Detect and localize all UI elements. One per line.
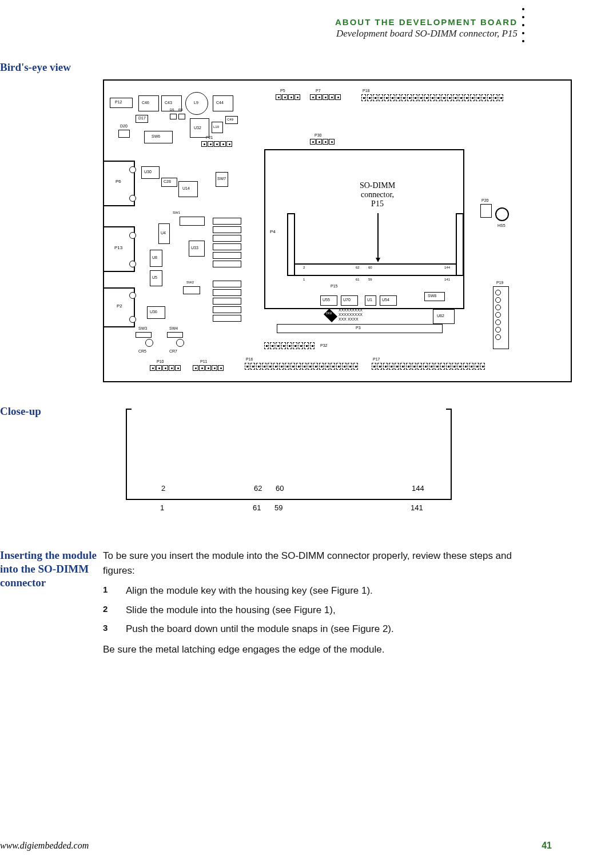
digi-logo-icon [324, 309, 337, 322]
step-text: Align the module key with the housing ke… [126, 583, 529, 598]
step-1: 1Align the module key with the housing k… [103, 583, 529, 598]
ref-c49: C49 [227, 118, 233, 121]
closeup-62: 62 [254, 484, 262, 493]
ref-u54: U54 [382, 298, 389, 302]
ref-u36: U36 [150, 310, 157, 314]
footer: www.digiembedded.com 41 [0, 841, 609, 851]
closeup-61: 61 [253, 503, 261, 512]
callout-line2: connector, [349, 190, 406, 199]
step-text: Push the board down until the module sna… [126, 622, 529, 637]
ref-p7: P7 [316, 89, 321, 93]
pin-1: 1 [303, 278, 305, 281]
closeup-59: 59 [274, 503, 282, 512]
ref-p30: P30 [315, 133, 321, 137]
inserting-steps: 1Align the module key with the housing k… [103, 583, 529, 637]
logo-line-c: XXX XXXX [339, 317, 363, 322]
ref-p32: P32 [320, 343, 327, 347]
ref-l10: L10 [213, 125, 219, 129]
closeup-60: 60 [276, 484, 284, 493]
ref-u55: U55 [323, 298, 330, 302]
section-birds-eye: Bird's-eye view [0, 61, 575, 74]
callout-line3: P15 [349, 199, 406, 209]
running-head: ABOUT THE DEVELOPMENT BOARD Development … [0, 17, 575, 39]
logo-line-a: XXXXXXXXX [339, 308, 363, 313]
step-3: 3Push the board down until the module sn… [103, 622, 529, 637]
step-2: 2Slide the module into the housing (see … [103, 603, 529, 618]
pin-59: 59 [368, 278, 372, 281]
ref-p10: P10 [157, 359, 164, 363]
footer-page: 41 [542, 841, 552, 851]
ref-l9: L9 [194, 101, 198, 105]
inserting-intro: To be sure you insert the module into th… [103, 549, 529, 578]
closeup-144: 144 [412, 484, 424, 493]
ref-sw8: SW8 [428, 294, 436, 298]
birds-eye-figure: P12 P6 P13 P2 C46 C43 L9 C44 D17 D20 SW6… [103, 79, 572, 382]
ref-p5: P5 [280, 89, 285, 93]
inserting-outro: Be sure the metal latching edge engages … [103, 642, 529, 657]
ref-p20: P20 [481, 198, 488, 202]
ref-p11: P11 [200, 359, 207, 363]
ref-p6: P6 [116, 179, 121, 184]
logo-line-b: XXXXXXXXX [339, 313, 363, 317]
closeup-141: 141 [411, 503, 423, 512]
ref-d5: D5 [170, 108, 174, 111]
ref-c28: C28 [164, 179, 171, 183]
ref-u30: U30 [144, 170, 152, 174]
ref-u1: U1 [367, 298, 372, 302]
close-up-figure: 2 62 60 144 1 61 59 141 [126, 409, 452, 517]
ref-r3: R3 [178, 108, 183, 111]
ref-hs5: HS5 [497, 223, 505, 227]
ref-c43: C43 [165, 101, 172, 105]
running-head-subtitle: Development board SO-DIMM connector, P15 [0, 28, 518, 39]
decorative-dots [522, 8, 524, 42]
ref-p15: P15 [331, 284, 337, 288]
ref-cr7: CR7 [169, 349, 177, 353]
ref-p3: P3 [356, 326, 361, 330]
ref-sw3: SW3 [138, 326, 147, 330]
closeup-1: 1 [160, 503, 164, 512]
ref-u4: U4 [161, 231, 166, 235]
ref-p21: P21 [206, 135, 213, 139]
pin-60: 60 [368, 266, 372, 269]
ref-p16: P16 [246, 357, 253, 361]
step-num: 3 [103, 622, 126, 637]
footer-url: www.digiembedded.com [0, 841, 89, 851]
pin-61: 61 [356, 278, 360, 281]
ref-u70: U70 [343, 298, 351, 302]
ref-sw1: SW1 [173, 211, 180, 214]
ref-p17: P17 [373, 357, 380, 361]
ref-cr5: CR5 [138, 349, 146, 353]
ref-p12: P12 [115, 100, 122, 104]
ref-c44: C44 [216, 101, 224, 105]
ref-p2: P2 [117, 303, 122, 309]
step-num: 1 [103, 583, 126, 598]
callout-line1: SO-DIMM [349, 181, 406, 190]
ref-p13: P13 [114, 245, 122, 250]
ref-p19: P19 [496, 281, 503, 285]
ref-sw6: SW6 [152, 134, 160, 138]
step-num: 2 [103, 603, 126, 618]
step-text: Slide the module into the housing (see F… [126, 603, 529, 618]
ref-u33: U33 [191, 246, 198, 250]
pin-2: 2 [303, 266, 305, 269]
closeup-2: 2 [161, 484, 165, 493]
ref-u8: U8 [152, 255, 157, 259]
ref-u5: U5 [152, 275, 157, 279]
sodimm-callout: SO-DIMM connector, P15 [349, 181, 406, 209]
pin-144: 144 [444, 266, 450, 269]
ref-c46: C46 [142, 101, 149, 105]
pin-141: 141 [444, 278, 450, 281]
ref-d20: D20 [120, 124, 128, 128]
ref-d17: D17 [138, 116, 146, 120]
ref-sw2: SW2 [186, 281, 194, 284]
ref-u32: U32 [194, 126, 201, 130]
ref-p4: P4 [270, 229, 276, 234]
ref-u14: U14 [182, 186, 190, 190]
ref-sw7: SW7 [217, 177, 226, 181]
section-inserting: Inserting the module into the SO-DIMM co… [0, 549, 103, 657]
callout-arrow [377, 213, 380, 262]
running-head-title: ABOUT THE DEVELOPMENT BOARD [0, 17, 518, 27]
ref-sw4: SW4 [169, 326, 178, 330]
ref-p18: P18 [363, 89, 369, 93]
pin-62: 62 [356, 266, 360, 269]
